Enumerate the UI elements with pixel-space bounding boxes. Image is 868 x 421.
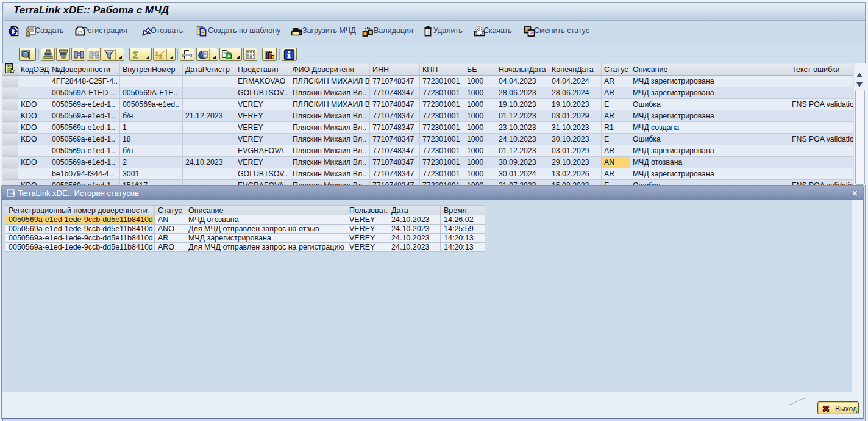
svg-text:Σ: Σ [159, 54, 163, 60]
svg-text:Σ: Σ [133, 49, 138, 60]
